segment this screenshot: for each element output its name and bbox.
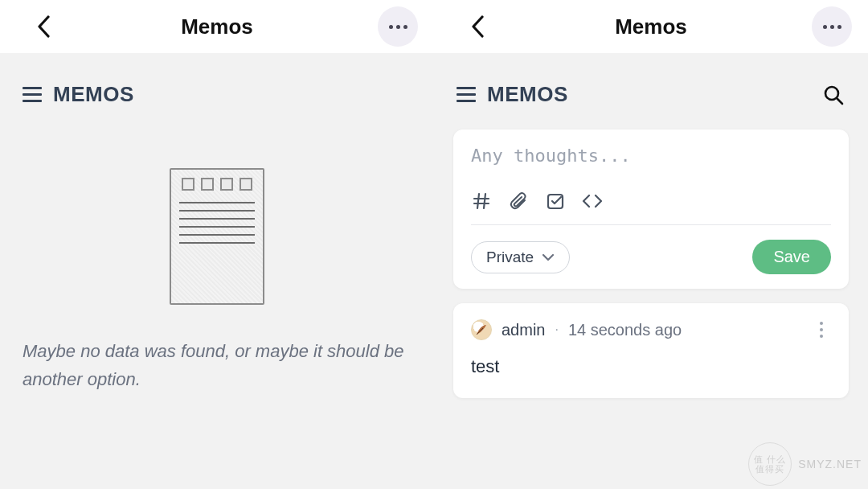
search-icon: [823, 84, 844, 105]
kebab-icon: [820, 322, 823, 325]
section-header-right: MEMOS: [434, 53, 868, 107]
navbar-left: Memos: [0, 0, 434, 53]
more-button[interactable]: [378, 6, 418, 47]
more-button[interactable]: [812, 6, 852, 47]
empty-state-text: Maybe no data was found, or maybe it sho…: [23, 337, 411, 393]
search-button[interactable]: [821, 83, 845, 107]
nav-title: Memos: [490, 14, 812, 39]
chevron-left-icon: [471, 15, 485, 38]
memo-item: admin · 14 seconds ago test: [453, 303, 849, 398]
hamburger-icon: [23, 87, 42, 89]
chevron-down-icon: [542, 253, 555, 262]
chevron-left-icon: [37, 15, 51, 38]
memo-menu-button[interactable]: [812, 322, 831, 338]
navbar-right: Memos: [434, 0, 868, 53]
memo-timestamp: 14 seconds ago: [568, 321, 682, 339]
right-pane: Memos MEMOS: [434, 0, 868, 489]
attach-button[interactable]: [508, 191, 529, 212]
notepad-illustration: [170, 168, 264, 305]
code-button[interactable]: [582, 191, 603, 212]
memo-composer: Private Save: [453, 129, 849, 289]
more-icon: [823, 25, 841, 29]
code-icon: [582, 191, 603, 211]
separator-dot: ·: [555, 323, 558, 337]
privacy-selector[interactable]: Private: [471, 241, 570, 273]
checklist-button[interactable]: [545, 191, 566, 212]
section-title: MEMOS: [487, 82, 568, 107]
menu-button[interactable]: [23, 87, 42, 102]
memo-header: admin · 14 seconds ago: [471, 319, 831, 340]
left-pane: Memos MEMOS Maybe no data was found, or …: [0, 0, 434, 489]
more-icon: [389, 25, 407, 29]
back-button[interactable]: [32, 14, 56, 39]
empty-state: Maybe no data was found, or maybe it sho…: [0, 168, 434, 393]
feather-icon: [475, 323, 488, 336]
memo-input[interactable]: [471, 146, 831, 175]
composer-footer: Private Save: [471, 240, 831, 274]
checkbox-icon: [546, 191, 565, 211]
avatar: [471, 319, 492, 340]
privacy-label: Private: [486, 249, 534, 266]
tag-button[interactable]: [471, 191, 492, 212]
hash-icon: [472, 191, 491, 211]
memo-content: test: [471, 356, 831, 377]
section-title: MEMOS: [53, 82, 134, 107]
section-header-left: MEMOS: [0, 53, 434, 107]
svg-line-1: [837, 98, 843, 104]
composer-toolbar: [471, 191, 831, 225]
paperclip-icon: [509, 191, 528, 211]
back-button[interactable]: [466, 14, 490, 39]
watermark: 值 什么值得买 SMYZ.NET: [748, 442, 862, 486]
menu-button[interactable]: [457, 87, 476, 102]
save-button[interactable]: Save: [752, 240, 831, 274]
watermark-text: SMYZ.NET: [798, 458, 862, 471]
right-body: MEMOS: [434, 53, 868, 489]
watermark-badge: 值 什么值得买: [748, 442, 792, 486]
nav-title: Memos: [56, 14, 378, 39]
memo-author: admin: [502, 321, 545, 339]
hamburger-icon: [457, 87, 476, 89]
left-body: MEMOS Maybe no data was found, or maybe …: [0, 53, 434, 489]
